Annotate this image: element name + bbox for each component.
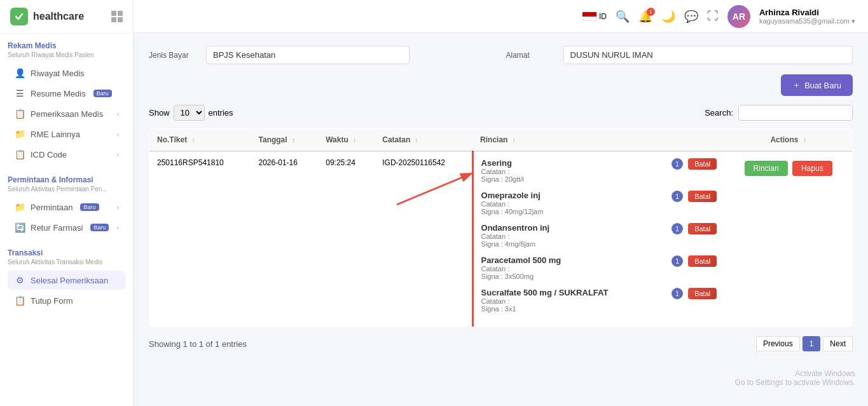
arrow-icon: › bbox=[116, 151, 119, 158]
sidebar-item-icd-code[interactable]: 📋 ICD Code › bbox=[8, 145, 125, 164]
darkmode-icon[interactable]: 🌙 bbox=[661, 10, 675, 24]
rincian-button[interactable]: Rincian bbox=[745, 161, 788, 176]
chat-icon[interactable]: 💬 bbox=[684, 10, 698, 24]
medicine-item: Asering Catatan : Signa : 20gtt/i 1 Bata… bbox=[481, 158, 717, 183]
permintaan-section: Permintaan & Informasi Seluruh Aktivitas… bbox=[0, 168, 133, 241]
topnav: ID 🔍 🔔 1 🌙 💬 ⛶ AR Arhinza Rivaldi kaguya… bbox=[134, 0, 868, 33]
arrow-icon: › bbox=[116, 203, 119, 211]
medicine-catatan: Catatan : bbox=[481, 297, 609, 305]
form-row: Jenis Bayar Alamat bbox=[149, 46, 853, 64]
sidebar-item-label: Tutup Form bbox=[31, 296, 73, 306]
notification-icon[interactable]: 🔔 1 bbox=[638, 10, 652, 24]
buat-baru-button[interactable]: ＋ Buat Baru bbox=[781, 74, 853, 96]
buat-baru-label: Buat Baru bbox=[804, 81, 841, 90]
batal-button[interactable]: Batal bbox=[688, 255, 717, 267]
count-badge: 1 bbox=[672, 158, 683, 170]
permintaan-title: Permintaan & Informasi bbox=[8, 175, 125, 184]
entries-select[interactable]: 10 25 50 bbox=[174, 105, 205, 121]
alamat-group: Alamat bbox=[506, 46, 853, 64]
rekam-medis-title: Rekam Medis bbox=[8, 41, 125, 50]
lang-label: ID bbox=[599, 12, 607, 21]
medicine-signa: Signa : 40mg/12jam bbox=[481, 208, 544, 215]
notification-badge: 1 bbox=[647, 8, 655, 16]
sidebar-item-riwayat-medis[interactable]: 👤 Riwayat Medis bbox=[8, 64, 125, 83]
cell-catatan: IGD-20250116542 bbox=[375, 151, 472, 327]
fullscreen-icon[interactable]: ⛶ bbox=[707, 10, 719, 23]
gear-icon: ⚙ bbox=[14, 275, 25, 285]
show-label: Show bbox=[149, 108, 170, 118]
col-catatan[interactable]: Catatan ↕ bbox=[375, 129, 472, 152]
arrow-icon: › bbox=[116, 130, 119, 138]
user-name: Arhinza Rivaldi bbox=[759, 8, 855, 17]
search-area: Search: bbox=[705, 105, 853, 121]
rekam-medis-section: Rekam Medis Seluruh Riwayat Medis Pasien… bbox=[0, 34, 133, 168]
medicine-name: Sucralfate 500 mg / SUKRALFAT bbox=[481, 288, 609, 297]
table-controls: Show 10 25 50 entries Search: bbox=[149, 105, 853, 121]
sidebar-item-tutup-form[interactable]: 📋 Tutup Form bbox=[8, 291, 125, 310]
return-icon: 🔄 bbox=[14, 222, 25, 233]
batal-button[interactable]: Batal bbox=[688, 158, 717, 170]
jenis-bayar-input[interactable] bbox=[206, 46, 410, 64]
col-rincian[interactable]: Rincian ↕ bbox=[472, 129, 724, 152]
alamat-input[interactable] bbox=[563, 46, 853, 64]
jenis-bayar-label: Jenis Bayar bbox=[149, 51, 200, 60]
sidebar-item-pemeriksaan-medis[interactable]: 📋 Pemeriksaan Medis › bbox=[8, 104, 125, 123]
prev-button[interactable]: Previous bbox=[756, 336, 800, 351]
sidebar-item-label: RME Lainnya bbox=[31, 130, 80, 139]
avatar[interactable]: AR bbox=[727, 5, 750, 28]
page-1-button[interactable]: 1 bbox=[803, 336, 821, 351]
person-icon: 👤 bbox=[14, 68, 25, 78]
search-icon[interactable]: 🔍 bbox=[616, 10, 630, 24]
sidebar-item-permintaan[interactable]: 📁 Permintaan Baru › bbox=[8, 198, 125, 217]
medicine-name: Asering bbox=[481, 158, 524, 168]
transaksi-section: Transaksi Seluruh Aktivitas Transaksi Me… bbox=[0, 241, 133, 314]
batal-button[interactable]: Batal bbox=[688, 288, 717, 299]
cell-rincian: Asering Catatan : Signa : 20gtt/i 1 Bata… bbox=[472, 151, 724, 327]
col-actions: Actions ↕ bbox=[724, 129, 852, 152]
col-no-tiket[interactable]: No.Tiket ↕ bbox=[149, 129, 251, 152]
avatar-initials: AR bbox=[733, 11, 745, 22]
medicine-signa: Signa : 4mg/8jam bbox=[481, 240, 550, 248]
sidebar-item-rme-lainnya[interactable]: 📁 RME Lainnya › bbox=[8, 125, 125, 144]
medicine-item: Paracetamol 500 mg Catatan : Signa : 3x5… bbox=[481, 255, 717, 280]
medicine-catatan: Catatan : bbox=[481, 168, 524, 175]
next-button[interactable]: Next bbox=[823, 336, 853, 351]
hapus-button[interactable]: Hapus bbox=[792, 161, 832, 176]
transaksi-title: Transaksi bbox=[8, 248, 125, 257]
clipboard-icon: 📋 bbox=[14, 109, 25, 119]
col-waktu[interactable]: Waktu ↕ bbox=[318, 129, 375, 152]
badge-baru: Baru bbox=[80, 203, 99, 211]
medicine-name: Omeprazole inj bbox=[481, 191, 544, 200]
pagination-buttons: Previous 1 Next bbox=[756, 336, 853, 351]
col-tanggal[interactable]: Tanggal ↕ bbox=[251, 129, 319, 152]
sort-icon: ↕ bbox=[803, 137, 806, 144]
transaksi-sub: Seluruh Aktivitas Transaksi Medis bbox=[8, 259, 125, 266]
waktu-value: 09:25:24 bbox=[326, 158, 355, 167]
user-info: Arhinza Rivaldi kaguyasama535@gmail.com … bbox=[759, 8, 855, 25]
arrow-icon: › bbox=[116, 224, 119, 231]
no-tiket-value: 250116RSP541810 bbox=[157, 158, 224, 167]
grid-icon[interactable] bbox=[111, 11, 123, 22]
table-container: No.Tiket ↕ Tanggal ↕ Waktu ↕ Catatan bbox=[149, 128, 853, 327]
medicine-catatan: Catatan : bbox=[481, 233, 550, 240]
tanggal-value: 2026-01-16 bbox=[259, 158, 298, 167]
badge-baru: Baru bbox=[93, 90, 112, 97]
logo-icon bbox=[10, 8, 28, 25]
sidebar-item-selesai-pemeriksaan[interactable]: ⚙ Selesai Pemeriksaan bbox=[8, 271, 125, 290]
alamat-label: Alamat bbox=[506, 51, 557, 60]
sidebar-item-retur-farmasi[interactable]: 🔄 Retur Farmasi Baru › bbox=[8, 218, 125, 237]
sidebar: healthcare Rekam Medis Seluruh Riwayat M… bbox=[0, 0, 134, 406]
content-area: Jenis Bayar Alamat ＋ Buat Baru Show 10 2… bbox=[134, 33, 868, 406]
search-input[interactable] bbox=[738, 105, 853, 121]
permintaan-sub: Seluruh Aktivitas Permintaan Pen... bbox=[8, 186, 125, 193]
cell-tanggal: 2026-01-16 bbox=[251, 151, 319, 327]
sidebar-item-resume-medis[interactable]: ☰ Resume Medis Baru bbox=[8, 84, 125, 103]
language-selector[interactable]: ID bbox=[582, 12, 607, 21]
batal-button[interactable]: Batal bbox=[688, 191, 717, 202]
sort-icon: ↕ bbox=[513, 137, 516, 144]
sort-icon: ↕ bbox=[292, 137, 295, 144]
doc-icon: 📋 bbox=[14, 295, 25, 306]
batal-button[interactable]: Batal bbox=[688, 223, 717, 234]
sidebar-item-label: Pemeriksaan Medis bbox=[31, 109, 103, 119]
clipboard2-icon: 📋 bbox=[14, 149, 25, 159]
